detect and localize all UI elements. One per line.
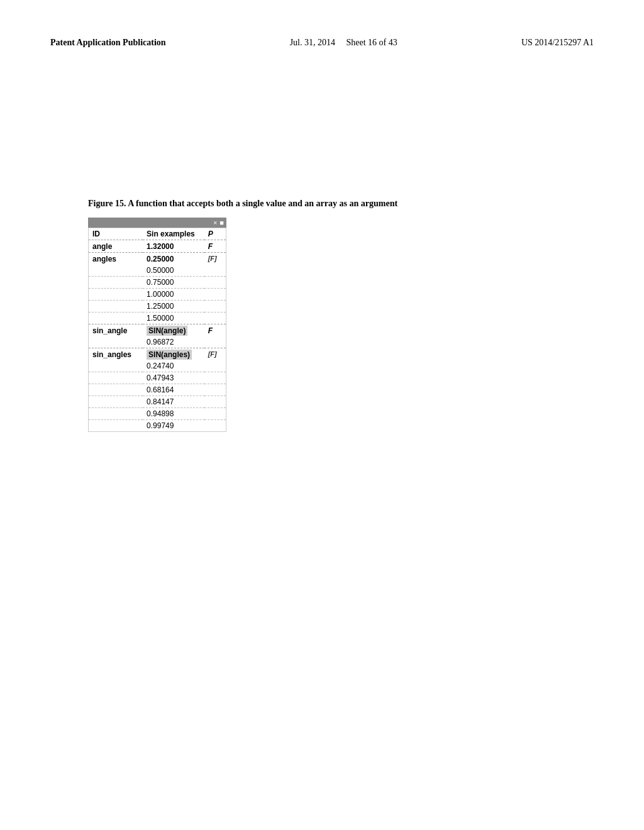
row-val-sin-angles-3: 0.68164 — [143, 384, 204, 396]
row-val-sin-angles-6: 0.99749 — [143, 420, 204, 432]
table-row: sin_angle SIN(angle) F — [89, 324, 226, 337]
publication-date: Jul. 31, 2014 Sheet 16 of 43 — [290, 38, 397, 48]
figure-caption: Figure 15. A function that accepts both … — [88, 199, 397, 209]
publication-label: Patent Application Publication — [50, 38, 166, 48]
row-type-angle: F — [204, 240, 226, 253]
table-titlebar: × ■ — [88, 218, 226, 228]
table-row: 1.00000 — [89, 289, 226, 301]
row-type-sin-angles: [F] — [204, 348, 226, 361]
table-row: 0.47943 — [89, 372, 226, 384]
formula-highlight-2: SIN(angles) — [147, 350, 192, 360]
table-row: 1.25000 — [89, 301, 226, 313]
row-val-sin-angles-4: 0.84147 — [143, 396, 204, 408]
row-val-sin-angles-2: 0.47943 — [143, 372, 204, 384]
row-val-sin-angle-formula: SIN(angle) — [143, 324, 204, 337]
row-id-angles: angles — [89, 253, 143, 265]
row-val-angle: 1.32000 — [143, 240, 204, 253]
row-type-sin-angle: F — [204, 324, 226, 337]
row-val-angles-4: 1.00000 — [143, 289, 204, 301]
table-row: 0.99749 — [89, 420, 226, 432]
col-header-id: ID — [89, 228, 143, 240]
col-header-sin-examples: Sin examples — [143, 228, 204, 240]
page: Patent Application Publication Jul. 31, … — [0, 0, 644, 830]
formula-highlight: SIN(angle) — [147, 326, 187, 336]
sheet-info: Sheet 16 of 43 — [347, 38, 397, 47]
row-val-angles-2: 0.50000 — [143, 265, 204, 277]
sin-examples-table: ID Sin examples P angle 1.32000 F angles — [88, 228, 226, 432]
row-val-angles-6: 1.50000 — [143, 313, 204, 324]
row-val-angles-1: 0.25000 — [143, 253, 204, 265]
table-row: 0.94898 — [89, 408, 226, 420]
row-id-sin-angle: sin_angle — [89, 324, 143, 337]
table-row: angle 1.32000 F — [89, 240, 226, 253]
row-id-sin-angles: sin_angles — [89, 348, 143, 361]
row-val-angles-5: 1.25000 — [143, 301, 204, 313]
row-val-angles-3: 0.75000 — [143, 277, 204, 289]
row-val-sin-angles-formula: SIN(angles) — [143, 348, 204, 361]
patent-number: US 2014/215297 A1 — [521, 38, 594, 48]
content-area: Figure 15. A function that accepts both … — [50, 73, 594, 432]
row-val-sin-angles-5: 0.94898 — [143, 408, 204, 420]
close-icon[interactable]: × — [213, 219, 217, 226]
table-row: 1.50000 — [89, 313, 226, 324]
row-type-angles: [F] — [204, 253, 226, 265]
figure-label: Figure 15 — [88, 199, 124, 208]
row-val-sin-angles-1: 0.24740 — [143, 360, 204, 372]
maximize-icon[interactable]: ■ — [219, 219, 224, 226]
table-header-row: ID Sin examples P — [89, 228, 226, 240]
table-row: sin_angles SIN(angles) [F] — [89, 348, 226, 361]
data-table-container: × ■ ID Sin examples P angle 1.32000 — [88, 218, 226, 432]
col-header-p: P — [204, 228, 226, 240]
table-row: 0.84147 — [89, 396, 226, 408]
table-row: angles 0.25000 [F] — [89, 253, 226, 265]
row-id-angle: angle — [89, 240, 143, 253]
figure-text: . A function that accepts both a single … — [124, 199, 397, 208]
table-row: 0.96872 — [89, 336, 226, 348]
row-val-sin-angle-result: 0.96872 — [143, 336, 204, 348]
table-row: 0.75000 — [89, 277, 226, 289]
table-row: 0.50000 — [89, 265, 226, 277]
table-row: 0.24740 — [89, 360, 226, 372]
date-text: Jul. 31, 2014 — [290, 38, 335, 47]
table-row: 0.68164 — [89, 384, 226, 396]
page-header: Patent Application Publication Jul. 31, … — [50, 38, 594, 48]
